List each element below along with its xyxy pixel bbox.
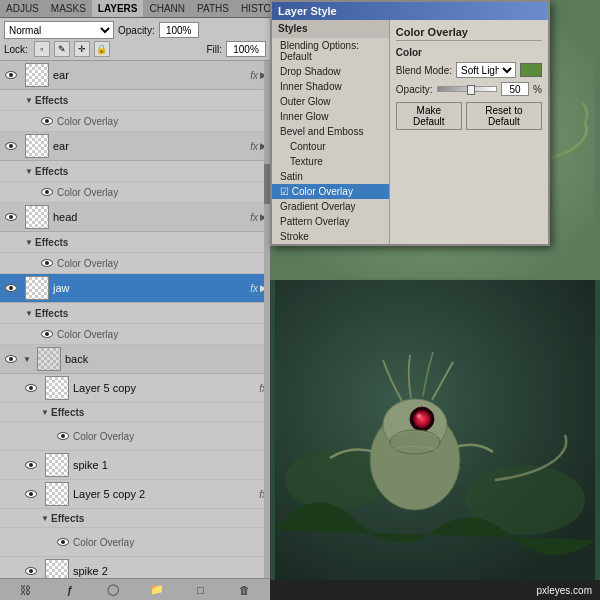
blend-mode-form-select[interactable]: Soft Light [456, 62, 516, 78]
menu-inner-shadow[interactable]: Inner Shadow [272, 79, 389, 94]
watermark-text: pxleyes.com [536, 585, 592, 596]
visibility-toggle[interactable] [3, 67, 19, 83]
menu-satin[interactable]: Satin [272, 169, 389, 184]
collapse-arrow[interactable]: ▼ [23, 94, 35, 106]
layer-ear-2-row[interactable]: ear fx ▶ [0, 132, 270, 160]
lock-image-btn[interactable]: ✎ [54, 41, 70, 57]
layer-effects-1-row[interactable]: ▼ Effects [20, 90, 270, 110]
layer-color-overlay-l5c2-row[interactable]: Color Overlay [52, 528, 270, 556]
layer-spike-1-row[interactable]: spike 1 [20, 451, 270, 479]
menu-blending-options[interactable]: Blending Options: Default [272, 38, 389, 64]
visibility-toggle[interactable] [3, 280, 19, 296]
menu-gradient-overlay[interactable]: Gradient Overlay [272, 199, 389, 214]
layer-color-overlay-jaw-row[interactable]: Color Overlay [36, 324, 270, 344]
slider-thumb[interactable] [467, 85, 475, 95]
link-layers-button[interactable]: ⛓ [17, 581, 35, 599]
collapse-arrow[interactable]: ▼ [23, 236, 35, 248]
make-default-button[interactable]: Make Default [396, 102, 462, 130]
menu-stroke[interactable]: Stroke [272, 229, 389, 244]
visibility-toggle[interactable] [3, 351, 19, 367]
menu-color-overlay[interactable]: ☑ Color Overlay [272, 184, 389, 199]
new-group-button[interactable]: 📁 [148, 581, 166, 599]
blend-mode-select[interactable]: Normal [4, 21, 114, 39]
visibility-toggle[interactable] [39, 113, 55, 129]
effect-name: Color Overlay [57, 329, 118, 340]
tab-adjus[interactable]: ADJUS [0, 0, 45, 17]
layers-bottom-bar: ⛓ ƒ ◯ 📁 □ 🗑 [0, 578, 270, 600]
opacity-slider[interactable] [437, 86, 498, 92]
visibility-toggle[interactable] [39, 326, 55, 342]
layer-jaw-row[interactable]: jaw fx ▶ [0, 274, 270, 302]
layer-name: ear [53, 140, 248, 152]
layer-effects-head-row[interactable]: ▼ Effects [20, 232, 270, 252]
layer-color-overlay-jaw: Color Overlay [0, 324, 270, 345]
layer-thumbnail [45, 376, 69, 400]
add-mask-button[interactable]: ◯ [104, 581, 122, 599]
svg-point-13 [413, 410, 431, 428]
layers-toolbar: Normal Opacity: Lock: ▫ ✎ ✛ 🔒 Fill: [0, 18, 270, 61]
layer-name: head [53, 211, 248, 223]
menu-contour[interactable]: Contour [272, 139, 389, 154]
layer-thumbnail [37, 347, 61, 371]
visibility-toggle[interactable] [23, 563, 39, 578]
tab-paths[interactable]: PATHS [191, 0, 235, 17]
collapse-arrow[interactable]: ▼ [21, 353, 33, 365]
color-swatch[interactable] [520, 63, 542, 77]
lock-position-btn[interactable]: ✛ [74, 41, 90, 57]
collapse-arrow[interactable]: ▼ [39, 406, 51, 418]
layer-color-overlay-2-row[interactable]: Color Overlay [36, 182, 270, 202]
layer-effects-jaw-row[interactable]: ▼ Effects [20, 303, 270, 323]
layer-spike-1: spike 1 [0, 451, 270, 480]
layer-effects-l5c2-row[interactable]: ▼ Effects [36, 509, 270, 527]
layer-color-overlay-1-row[interactable]: Color Overlay [36, 111, 270, 131]
visibility-toggle[interactable] [39, 184, 55, 200]
tab-chann[interactable]: CHANN [143, 0, 191, 17]
opacity-row: Opacity: % [396, 82, 542, 96]
lock-transparent-btn[interactable]: ▫ [34, 41, 50, 57]
collapse-arrow[interactable]: ▼ [39, 512, 51, 524]
menu-outer-glow[interactable]: Outer Glow [272, 94, 389, 109]
opacity-pct-input[interactable] [501, 82, 529, 96]
layer-head-row[interactable]: head fx ▶ [0, 203, 270, 231]
visibility-toggle[interactable] [23, 380, 39, 396]
visibility-toggle[interactable] [39, 255, 55, 271]
opacity-input[interactable] [159, 22, 199, 38]
dialog-action-buttons: Make Default Reset to Default [396, 102, 542, 130]
visibility-toggle[interactable] [3, 209, 19, 225]
collapse-arrow[interactable]: ▼ [23, 165, 35, 177]
tab-masks[interactable]: MASKS [45, 0, 92, 17]
layer-color-overlay-head-row[interactable]: Color Overlay [36, 253, 270, 273]
menu-inner-glow[interactable]: Inner Glow [272, 109, 389, 124]
menu-bevel-emboss[interactable]: Bevel and Emboss [272, 124, 389, 139]
menu-pattern-overlay[interactable]: Pattern Overlay [272, 214, 389, 229]
effects-label: Effects [51, 407, 84, 418]
new-layer-button[interactable]: □ [191, 581, 209, 599]
visibility-toggle[interactable] [23, 457, 39, 473]
reset-to-default-button[interactable]: Reset to Default [466, 102, 542, 130]
layer-effects-2-row[interactable]: ▼ Effects [20, 161, 270, 181]
menu-drop-shadow[interactable]: Drop Shadow [272, 64, 389, 79]
visibility-toggle[interactable] [23, 486, 39, 502]
layer-5-copy-row[interactable]: Layer 5 copy fx [20, 374, 270, 402]
layer-ear-1-row[interactable]: ear fx ▶ [0, 61, 270, 89]
visibility-toggle[interactable] [55, 428, 71, 444]
layer-effects-l5c-row[interactable]: ▼ Effects [36, 403, 270, 421]
tab-layers[interactable]: LAYERS [92, 0, 144, 17]
layer-color-overlay-l5c-row[interactable]: Color Overlay [52, 422, 270, 450]
visibility-toggle[interactable] [55, 534, 71, 550]
add-style-button[interactable]: ƒ [60, 581, 78, 599]
lock-all-btn[interactable]: 🔒 [94, 41, 110, 57]
fill-input[interactable] [226, 41, 266, 57]
collapse-arrow[interactable]: ▼ [23, 307, 35, 319]
delete-layer-button[interactable]: 🗑 [235, 581, 253, 599]
canvas-bottom [270, 280, 600, 580]
layer-name: ear [53, 69, 248, 81]
creature-bottom-svg [275, 280, 595, 580]
opacity-label: Opacity: [118, 25, 155, 36]
layer-spike-2-row[interactable]: spike 2 [20, 557, 270, 578]
layer-name: back [65, 353, 267, 365]
menu-texture[interactable]: Texture [272, 154, 389, 169]
visibility-toggle[interactable] [3, 138, 19, 154]
layer-5-copy-2-row[interactable]: Layer 5 copy 2 fx [20, 480, 270, 508]
layer-back-row[interactable]: ▼ back [0, 345, 270, 373]
